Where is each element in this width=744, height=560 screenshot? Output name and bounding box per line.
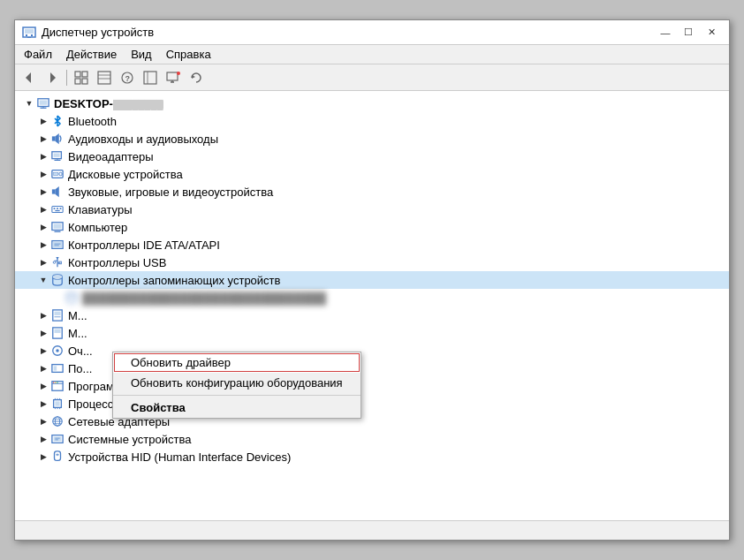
m2-chevron: ▶ (36, 326, 50, 340)
svg-rect-27 (52, 136, 56, 140)
svg-rect-74 (55, 401, 59, 405)
svg-rect-35 (54, 172, 58, 176)
svg-rect-36 (52, 189, 56, 193)
svg-rect-39 (54, 208, 56, 209)
tree-item-storage[interactable]: ▼ Контроллеры запоминающих устройств (15, 271, 729, 289)
audio-label: Аудиовходы и аудиовыходы (68, 132, 729, 146)
svg-rect-10 (82, 79, 87, 84)
refresh-button[interactable] (186, 68, 207, 87)
svg-point-57 (53, 275, 63, 279)
tree-item-usb[interactable]: ▶ Контроллеры USB (15, 254, 729, 271)
sw-icon (50, 379, 65, 393)
view2-button[interactable] (94, 68, 115, 87)
svg-point-34 (59, 172, 63, 176)
storage-label: Контроллеры запоминающих устройств (68, 274, 729, 287)
svg-rect-41 (60, 208, 62, 209)
svg-point-53 (53, 261, 56, 264)
m2-label: М... (68, 327, 729, 340)
video-chevron: ▶ (36, 149, 50, 163)
sys-label: Системные устройства (68, 433, 729, 446)
sw-chevron: ▶ (36, 379, 50, 393)
tree-item-sound[interactable]: ▶ Звуковые, игровые и видеоустройства (15, 183, 729, 201)
hid-icon (50, 450, 65, 464)
tree-item-hid[interactable]: ▶ Устройства HID (Human Interface Device… (15, 448, 729, 465)
tree-item-video[interactable]: ▶ Видеоадаптеры (15, 148, 729, 165)
menu-view[interactable]: Вид (125, 47, 157, 62)
status-bar (15, 520, 729, 540)
storage-chevron: ▼ (36, 273, 50, 287)
tree-root[interactable]: ▼ DESKTOP-████████ (15, 95, 729, 112)
svg-point-58 (67, 292, 77, 297)
device-button[interactable] (163, 68, 184, 87)
sound-label: Звуковые, игровые и видеоустройства (68, 185, 729, 199)
content-area: ▼ DESKTOP-████████ ▶ (15, 91, 729, 520)
svg-rect-4 (27, 37, 31, 38)
svg-rect-1 (25, 29, 34, 34)
window-icon (22, 26, 36, 40)
tree-item-ide[interactable]: ▶ Контроллеры IDE ATA/ATAPI (15, 236, 729, 254)
sys-icon (50, 432, 65, 446)
m1-chevron: ▶ (36, 308, 50, 322)
bluetooth-label: Bluetooth (68, 115, 729, 128)
view1-button[interactable] (71, 68, 92, 87)
usb-icon (50, 255, 65, 269)
tree-item-sys[interactable]: ▶ Системные устройства (15, 430, 729, 448)
context-menu-properties[interactable]: Свойства (113, 397, 361, 418)
menu-action[interactable]: Действие (61, 47, 122, 62)
storage-icon (50, 273, 65, 287)
svg-text:?: ? (125, 74, 131, 83)
tree-item-m2[interactable]: ▶ М... (15, 324, 729, 342)
svg-point-21 (177, 72, 180, 75)
close-button[interactable]: ✕ (701, 25, 722, 41)
m1-icon (50, 308, 65, 322)
view3-button[interactable] (140, 68, 161, 87)
keyboards-chevron: ▶ (36, 202, 50, 216)
svg-point-70 (53, 382, 54, 382)
hid-label: Устройства HID (Human Interface Devices) (68, 450, 729, 464)
video-icon (50, 149, 65, 163)
pc-icon (50, 220, 65, 234)
disk-label: Дисковые устройства (68, 168, 729, 181)
forward-button[interactable] (42, 68, 63, 87)
tree-item-computer[interactable]: ▶ Компьютер (15, 218, 729, 236)
m2-icon (50, 326, 65, 340)
svg-marker-22 (192, 75, 195, 79)
window-controls: — ☐ ✕ (655, 25, 722, 41)
disk-chevron: ▶ (36, 167, 50, 181)
o1-icon (50, 344, 65, 358)
title-bar: Диспетчер устройств — ☐ ✕ (15, 20, 729, 45)
p1-chevron: ▶ (36, 361, 50, 375)
svg-rect-11 (98, 72, 110, 84)
help-button[interactable]: ? (117, 68, 138, 87)
net-icon (50, 414, 65, 428)
menu-help[interactable]: Справка (161, 47, 216, 62)
svg-rect-9 (75, 79, 80, 84)
computer-icon (36, 96, 50, 110)
tree-item-disk[interactable]: ▶ Дисковые устройства (15, 165, 729, 183)
minimize-button[interactable]: — (655, 25, 676, 41)
tree-item-audio[interactable]: ▶ Аудиовходы и аудиовыходы (15, 130, 729, 148)
cpu-icon (50, 397, 65, 411)
usb-chevron: ▶ (36, 255, 50, 269)
context-menu-refresh-hardware[interactable]: Обновить конфигурацию оборудования (113, 373, 361, 393)
maximize-button[interactable]: ☐ (678, 25, 699, 41)
disk-icon (50, 167, 65, 181)
svg-marker-5 (26, 72, 31, 83)
menu-file[interactable]: Файл (19, 47, 57, 62)
svg-marker-28 (55, 133, 58, 144)
tree-item-storage-child[interactable]: ██████████████████████████████ (15, 289, 729, 306)
storage-child-icon (65, 291, 79, 305)
svg-rect-7 (75, 72, 80, 77)
keyboards-icon (50, 202, 65, 216)
bluetooth-icon (50, 114, 65, 128)
tree-item-m1[interactable]: ▶ М... (15, 306, 729, 324)
audio-icon (50, 132, 65, 146)
tree-item-bluetooth[interactable]: ▶ Bluetooth (15, 112, 729, 130)
video-label: Видеоадаптеры (68, 150, 729, 163)
sound-icon (50, 185, 65, 199)
context-menu-update-driver[interactable]: Обновить драйвер (113, 352, 361, 373)
tree-item-keyboards[interactable]: ▶ Клавиатуры (15, 201, 729, 218)
svg-rect-3 (31, 34, 33, 36)
back-button[interactable] (19, 68, 40, 87)
m1-label: М... (68, 309, 729, 322)
